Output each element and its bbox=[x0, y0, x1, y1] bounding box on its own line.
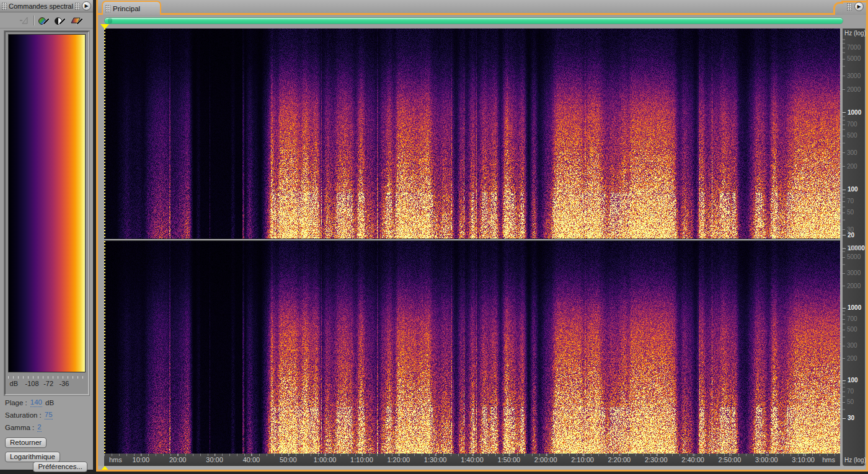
preferences-button[interactable]: Préférences... bbox=[33, 462, 87, 472]
plage-value[interactable]: 140 bbox=[30, 398, 42, 407]
saturation-value[interactable]: 75 bbox=[45, 411, 53, 419]
freq-tick bbox=[843, 116, 845, 116]
freq-tick: 300 bbox=[843, 150, 857, 156]
freq-tick bbox=[843, 220, 845, 221]
freq-tick: 100 bbox=[843, 187, 858, 193]
freq-tick: 2000 bbox=[843, 87, 861, 93]
freq-tick: 100 bbox=[843, 377, 858, 384]
time-label: 2:40:00 bbox=[681, 456, 704, 463]
tab-label: Principal bbox=[113, 5, 140, 12]
param-label: Saturation : bbox=[5, 411, 42, 419]
freq-tick bbox=[843, 120, 845, 120]
time-label: 1:50:00 bbox=[497, 456, 520, 463]
freq-tick bbox=[843, 143, 845, 144]
freq-tick: 70 bbox=[843, 198, 854, 204]
time-label: 2:50:00 bbox=[719, 456, 742, 463]
freq-tick: 7000 bbox=[843, 245, 861, 252]
freq-tick: 30 bbox=[843, 415, 854, 421]
panel-grip-icon[interactable] bbox=[2, 2, 7, 10]
freq-tick: 1000 bbox=[843, 110, 861, 116]
panel-grip-icon[interactable] bbox=[847, 3, 852, 11]
active-panel-border bbox=[833, 2, 843, 15]
param-row-gamma: Gamma : 2 bbox=[5, 421, 89, 434]
time-label: 1:30:00 bbox=[424, 456, 447, 463]
param-label: Plage : bbox=[5, 399, 27, 406]
freq-tick: 200 bbox=[843, 356, 857, 362]
editor-content: Hz (log) 7000500030002000100070050030020… bbox=[98, 15, 866, 470]
timeline-scrollbar[interactable] bbox=[104, 17, 843, 24]
time-unit-right: hms bbox=[822, 456, 835, 463]
db-scale-label: -108 bbox=[25, 380, 39, 387]
freq-tick bbox=[843, 396, 845, 397]
time-label: 3:10:00 bbox=[792, 456, 815, 463]
db-scale-label: -36 bbox=[59, 380, 69, 387]
time-label: 3:00:00 bbox=[755, 456, 778, 463]
freq-tick bbox=[843, 66, 845, 67]
spectrogram-channel-2[interactable] bbox=[104, 241, 840, 454]
freq-tick: 300 bbox=[843, 343, 857, 349]
freq-tick bbox=[843, 384, 845, 384]
db-scale: dB-108-72-36 bbox=[6, 374, 88, 394]
tab-grip-icon bbox=[105, 5, 110, 12]
db-scale-label: -72 bbox=[43, 380, 53, 387]
freq-tick: 70 bbox=[843, 388, 854, 395]
time-label: 2:00:00 bbox=[534, 456, 557, 463]
time-label: 1:40:00 bbox=[461, 456, 484, 463]
freq-tick: 20 bbox=[843, 232, 854, 239]
freq-tick: 1000 bbox=[843, 305, 861, 311]
param-row-plage: Plage : 140 dB bbox=[5, 397, 89, 409]
freq-tick: 200 bbox=[843, 164, 857, 170]
param-row-saturation: Saturation : 75 bbox=[5, 409, 89, 421]
freq-tick bbox=[843, 409, 845, 410]
tab-principal[interactable]: Principal bbox=[102, 1, 161, 15]
freq-tick: 3000 bbox=[843, 270, 861, 276]
playhead-marker-top[interactable] bbox=[100, 24, 109, 29]
contrast-pen-icon[interactable] bbox=[54, 15, 66, 25]
freq-ticks-top: 7000500030002000100070050030020010070503… bbox=[843, 29, 865, 239]
colormap-display: dB-108-72-36 bbox=[4, 31, 89, 395]
freq-tick bbox=[843, 53, 845, 53]
gradient-pen-icon[interactable] bbox=[70, 15, 84, 25]
toolbar-separator bbox=[33, 15, 34, 25]
time-label: 2:10:00 bbox=[571, 456, 594, 463]
freq-tick bbox=[843, 324, 845, 325]
frequency-axis[interactable]: Hz (log) 7000500030002000100070050030020… bbox=[843, 29, 865, 466]
time-label: 20:00 bbox=[169, 456, 187, 463]
freq-tick: 500 bbox=[843, 327, 857, 333]
freq-tick: 5000 bbox=[843, 56, 861, 62]
panel-menu-icon[interactable]: ▶ bbox=[82, 1, 91, 11]
time-label: 10:00 bbox=[133, 456, 150, 463]
freq-tick: 7000 bbox=[843, 45, 861, 51]
freq-tick bbox=[843, 39, 845, 40]
freq-tick: 5000 bbox=[843, 254, 861, 260]
time-unit-left: hms bbox=[109, 456, 122, 463]
spectrogram-channel-1[interactable] bbox=[104, 29, 840, 239]
hue-pen-icon[interactable] bbox=[38, 15, 50, 25]
freq-tick: 50 bbox=[843, 399, 854, 405]
panel-title: Commandes spectrales bbox=[9, 2, 73, 10]
param-suffix: dB bbox=[45, 399, 54, 406]
freq-axis-unit: Hz (log) bbox=[844, 457, 866, 463]
spectral-controls-panel: Commandes spectrales ▶ bbox=[0, 0, 93, 470]
time-label: 2:30:00 bbox=[645, 456, 668, 463]
freq-tick bbox=[843, 264, 845, 265]
freq-tick bbox=[843, 206, 845, 207]
panel-grip-icon bbox=[75, 2, 80, 10]
gamma-value[interactable]: 2 bbox=[37, 423, 41, 432]
retourner-button[interactable]: Retourner bbox=[5, 437, 46, 448]
freq-tick bbox=[843, 197, 845, 198]
selection-strip bbox=[98, 466, 866, 470]
playhead-marker-bottom[interactable] bbox=[100, 466, 109, 470]
freq-tick bbox=[843, 43, 845, 43]
spectral-parameters: Plage : 140 dB Saturation : 75 Gamma : 2… bbox=[5, 397, 89, 462]
time-label: 40:00 bbox=[243, 456, 260, 463]
time-label: 30:00 bbox=[206, 456, 223, 463]
db-scale-ticks bbox=[8, 376, 86, 379]
scrollbar-handle[interactable] bbox=[108, 18, 112, 24]
panel-menu-icon[interactable]: ▶ bbox=[854, 2, 864, 11]
freq-tick bbox=[843, 387, 845, 388]
spectral-controls-header[interactable]: Commandes spectrales ▶ bbox=[0, 0, 93, 12]
colormap-gradient[interactable] bbox=[8, 34, 86, 372]
time-ruler[interactable]: hms hms 10:0020:0030:0040:0050:001:00:00… bbox=[104, 454, 840, 466]
time-label: 1:00:00 bbox=[314, 456, 337, 463]
